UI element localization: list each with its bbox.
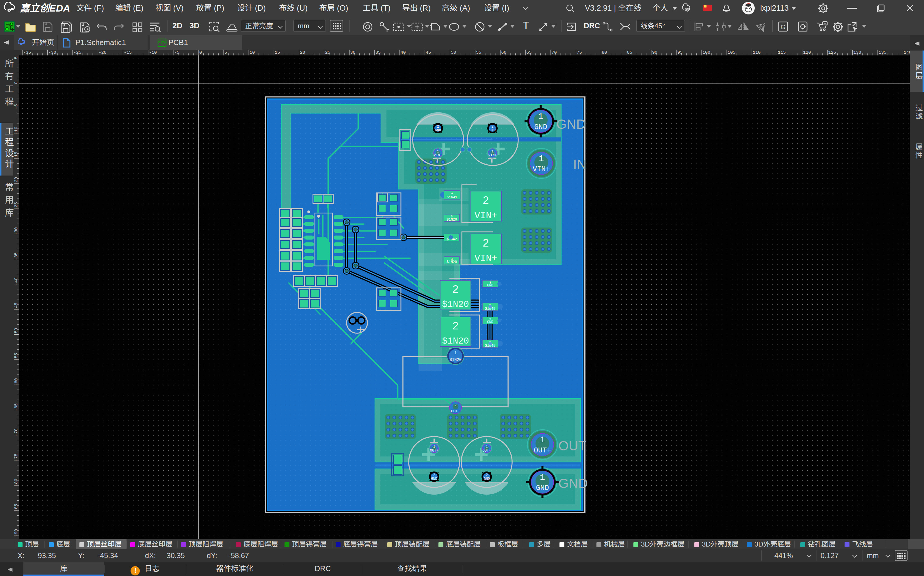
svg-text:2: 2	[483, 195, 489, 207]
svg-text:-65: -65	[14, 403, 19, 411]
svg-text:-10: -10	[149, 50, 157, 55]
svg-text:5: 5	[14, 56, 19, 59]
svg-text:-80: -80	[14, 479, 19, 486]
svg-text:$1N20: $1N20	[442, 299, 469, 309]
svg-text:1: 1	[539, 154, 544, 164]
svg-text:90: 90	[652, 50, 657, 55]
svg-text:115: 115	[778, 50, 786, 55]
svg-text:-85: -85	[14, 504, 19, 512]
svg-text:$1N20: $1N20	[442, 336, 469, 346]
svg-text:-40: -40	[14, 277, 19, 285]
svg-text:35: 35	[375, 50, 381, 55]
svg-text:GND: GND	[487, 320, 493, 324]
svg-text:55: 55	[476, 50, 481, 55]
svg-text:GND: GND	[435, 128, 441, 133]
svg-text:VIN+: VIN+	[474, 253, 497, 264]
svg-text:OUT+: OUT+	[451, 409, 460, 413]
svg-text:30: 30	[351, 50, 356, 55]
svg-text:15: 15	[275, 50, 280, 55]
svg-text:GND: GND	[489, 128, 496, 133]
svg-text:GND: GND	[431, 477, 437, 481]
svg-text:1: 1	[538, 112, 543, 122]
svg-text:$1N20: $1N20	[450, 357, 461, 362]
svg-text:5: 5	[224, 50, 227, 55]
svg-text:-35: -35	[14, 252, 19, 260]
svg-text:-60: -60	[14, 378, 19, 386]
svg-text:$1N20: $1N20	[447, 218, 457, 222]
svg-text:60: 60	[501, 50, 506, 55]
svg-text:1: 1	[451, 191, 453, 195]
svg-text:1: 1	[433, 445, 435, 449]
svg-text:1: 1	[437, 150, 439, 154]
svg-text:2: 2	[452, 320, 459, 333]
svg-text:25: 25	[325, 50, 330, 55]
svg-text:-55: -55	[14, 353, 19, 361]
svg-text:-30: -30	[14, 227, 19, 235]
svg-text:0: 0	[199, 50, 202, 55]
svg-text:OUT+: OUT+	[430, 449, 439, 453]
svg-text:VIN+: VIN+	[474, 211, 497, 221]
svg-text:2: 2	[454, 403, 456, 407]
svg-text:1: 1	[491, 150, 493, 154]
svg-text:-35: -35	[23, 50, 31, 55]
svg-text:110: 110	[753, 50, 761, 55]
svg-text:GND: GND	[558, 476, 588, 491]
svg-text:$1N20: $1N20	[447, 260, 457, 264]
svg-text:85: 85	[627, 50, 632, 55]
svg-text:-5: -5	[174, 50, 179, 55]
svg-text:1: 1	[454, 351, 456, 355]
svg-text:-45: -45	[14, 302, 19, 310]
svg-text:-10: -10	[14, 127, 19, 134]
svg-text:1: 1	[540, 473, 545, 482]
svg-text:OUT+: OUT+	[534, 446, 551, 455]
svg-text:2: 2	[437, 125, 439, 129]
svg-text:-15: -15	[124, 50, 132, 55]
svg-text:1: 1	[485, 445, 488, 449]
svg-text:95: 95	[677, 50, 682, 55]
svg-text:50: 50	[451, 50, 456, 55]
svg-text:2: 2	[483, 237, 489, 250]
svg-text:-30: -30	[48, 50, 56, 55]
svg-text:GND: GND	[536, 484, 549, 492]
svg-text:IN: IN	[573, 157, 586, 172]
svg-text:80: 80	[602, 50, 607, 55]
svg-text:1: 1	[540, 435, 545, 445]
svg-text:135: 135	[879, 50, 886, 55]
svg-text:GND: GND	[556, 117, 586, 132]
svg-text:-20: -20	[99, 50, 107, 55]
svg-text:75: 75	[577, 50, 582, 55]
svg-text:VIN+: VIN+	[434, 153, 442, 157]
svg-text:2: 2	[491, 125, 493, 129]
svg-text:GND: GND	[484, 477, 490, 481]
svg-text:45: 45	[426, 50, 431, 55]
svg-text:-25: -25	[74, 50, 82, 55]
svg-text:-90: -90	[14, 529, 19, 537]
svg-text:-25: -25	[14, 202, 19, 210]
svg-text:OUT+: OUT+	[483, 449, 491, 453]
svg-text:GND: GND	[534, 123, 547, 131]
svg-text:-70: -70	[14, 429, 19, 436]
svg-text:-20: -20	[14, 177, 19, 185]
svg-text:140: 140	[904, 50, 910, 55]
svg-text:2: 2	[485, 473, 488, 477]
svg-text:-50: -50	[14, 328, 19, 336]
svg-text:G: G	[780, 23, 785, 30]
svg-text:-5: -5	[14, 104, 19, 109]
svg-text:-75: -75	[14, 454, 19, 461]
svg-text:GND: GND	[487, 283, 493, 288]
svg-text:100: 100	[703, 50, 710, 55]
svg-text:2: 2	[452, 283, 459, 296]
svg-text:0: 0	[14, 82, 19, 84]
svg-text:105: 105	[728, 50, 735, 55]
svg-text:70: 70	[551, 50, 557, 55]
svg-text:130: 130	[854, 50, 862, 55]
svg-text:125: 125	[828, 50, 836, 55]
svg-text:120: 120	[803, 50, 811, 55]
svg-text:2: 2	[433, 473, 435, 477]
svg-text:65: 65	[526, 50, 532, 55]
svg-text:20: 20	[300, 50, 305, 55]
svg-text:OUT: OUT	[558, 438, 586, 453]
svg-text:10: 10	[250, 50, 255, 55]
svg-text:VIN+: VIN+	[488, 153, 497, 157]
svg-text:-15: -15	[14, 152, 19, 160]
